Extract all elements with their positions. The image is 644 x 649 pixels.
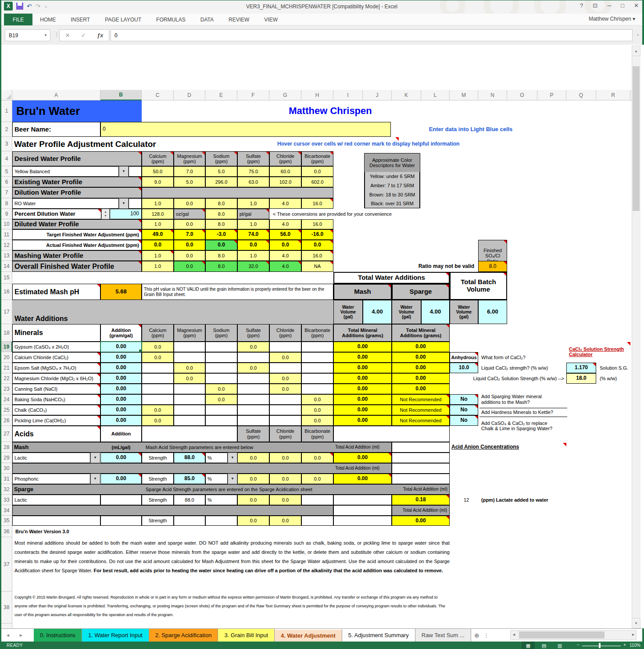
percent-dilution-spinner[interactable]: ▲ ▼ [101,209,110,219]
percent-dilution-input[interactable]: 100 [110,209,142,219]
horizontal-scrollbar-thumb[interactable] [519,631,605,638]
page-break-view-icon[interactable]: ▥ [553,642,566,649]
row-header-32[interactable]: 32 [1,484,12,495]
column-header-N[interactable]: N [478,90,507,100]
tab-home[interactable]: HOME [32,14,63,25]
column-header-I[interactable]: I [333,90,363,100]
row-header-21[interactable]: 21 [1,363,12,373]
row-header-1[interactable]: 1 [1,100,12,122]
sparge-volume-input[interactable]: 4.00 [421,300,450,324]
row-header-28[interactable]: 28 [1,442,12,453]
sheet-tab-grain-bill-input[interactable]: 3. Grain Bill Input [218,629,275,642]
liquid-cacl2-strength-input[interactable]: 10.0 [450,363,478,373]
tab-data[interactable]: DATA [193,14,221,25]
tab-formulas[interactable]: FORMULAS [149,14,193,25]
column-header-G[interactable]: G [269,90,301,100]
scroll-right-icon[interactable]: ► [631,632,635,637]
sheet-tab-instructions[interactable]: 0. Instructions [34,629,82,642]
replace-chalk-lime-toggle[interactable]: No [450,415,478,426]
mash-acid-2-dropdown[interactable]: ▼ [90,474,100,484]
solution-sg-input[interactable]: 1.170 [566,363,596,373]
select-all-corner[interactable] [1,90,12,100]
column-header-A[interactable]: A [12,90,100,100]
column-header-E[interactable]: E [205,90,237,100]
row-header-34[interactable]: 34 [1,505,12,516]
column-header-P[interactable]: P [537,90,566,100]
scroll-down-icon[interactable]: ▼ [632,618,640,628]
column-header-O[interactable]: O [507,90,537,100]
beer-name-input[interactable]: 0 [100,122,391,137]
mash-acid-2-unit-dropdown[interactable]: ▼ [228,474,237,484]
help-icon[interactable]: ? [580,2,583,9]
sheet-tab-adjustment-summary[interactable]: 5. Adjustment Summary [342,629,415,642]
row-header-22[interactable]: 22 [1,373,12,384]
row-header-35[interactable]: 35 [1,516,12,526]
desired-profile-select[interactable]: Yellow Balanced [12,166,119,177]
row-header-36[interactable]: 36 [1,526,12,537]
row-header-37[interactable]: 37 [1,537,12,592]
column-header-C[interactable]: C [142,90,174,100]
signed-in-user[interactable]: Matthew Chrispen ▾ [589,16,635,22]
sheet-tab-sparge-acidification[interactable]: 2. Sparge Acidification [149,629,218,642]
mash-acid-2-strength-input[interactable]: 85.0 [174,474,205,484]
row-header-4[interactable]: 4 [1,151,12,166]
tab-insert[interactable]: INSERT [63,14,97,25]
row-header-11[interactable]: 11 [1,229,12,240]
insert-function-icon[interactable]: ƒx [97,32,103,39]
row-header-31[interactable]: 31 [1,474,12,484]
zoom-in-icon[interactable]: + [623,642,626,647]
row-header-10[interactable]: 10 [1,219,12,229]
row-header-5[interactable]: 5 [1,166,12,177]
dilution-profile-select[interactable]: RO Water [12,198,119,209]
maximize-icon[interactable]: □ [621,2,624,9]
column-header-H[interactable]: H [301,90,333,100]
row-header-33[interactable]: 33 [1,495,12,505]
zoom-slider-track[interactable] [582,645,621,646]
name-box-caret-icon[interactable]: ▼ [44,33,47,37]
row-header-15[interactable]: 15 [1,272,12,284]
sheet-tab-water-report-input[interactable]: 1. Water Report Input [82,629,149,642]
sheet-nav-left-icon[interactable]: ◄ [1,629,14,642]
chalk-addition-input[interactable]: 0.00 [100,405,142,415]
column-header-M[interactable]: M [450,90,478,100]
row-header-24[interactable]: 24 [1,394,12,405]
row-header-29[interactable]: 29 [1,453,12,463]
formula-bar-expand-icon[interactable]: ⌄ [636,32,640,36]
batch-volume-input[interactable]: 6.00 [478,300,507,324]
zoom-slider-thumb[interactable] [599,643,601,648]
cancel-icon[interactable]: ✕ [65,32,70,39]
row-header-20[interactable]: 20 [1,352,12,363]
row-header-9[interactable]: 9 [1,209,12,219]
tab-review[interactable]: REVIEW [221,14,257,25]
mash-acid-1-select[interactable]: Lactic [12,453,90,463]
mash-acid-1-dropdown[interactable]: ▼ [90,453,100,463]
normal-view-icon[interactable]: ▦ [522,642,535,649]
enter-icon[interactable]: ✓ [81,32,86,39]
row-header-27[interactable]: 27 [1,426,12,442]
row-header-8[interactable]: 8 [1,198,12,209]
row-header-2[interactable]: 2 [1,122,12,137]
scroll-left-icon[interactable]: ◄ [512,632,516,637]
baking-soda-addition-input[interactable]: 0.00 [100,394,142,405]
row-header-30[interactable]: 30 [1,463,12,474]
tab-page-layout[interactable]: PAGE LAYOUT [97,14,149,25]
sheet-tab-more-icon[interactable]: ⋮ [483,629,490,642]
page-layout-view-icon[interactable]: ▤ [537,642,551,649]
row-header-13[interactable]: 13 [1,250,12,261]
column-header-D[interactable]: D [174,90,205,100]
row-header-12[interactable]: 12 [1,240,12,250]
column-header-Q[interactable]: Q [566,90,596,100]
vertical-scrollbar-thumb[interactable] [633,66,640,211]
column-header-L[interactable]: L [421,90,450,100]
name-box[interactable]: B19 ▼ [5,29,50,41]
epsom-addition-input[interactable]: 0.00 [100,363,142,373]
close-icon[interactable]: ✕ [634,2,639,9]
mash-acid-1-strength-input[interactable]: 88.0 [174,453,205,463]
row-header-16[interactable]: 16 [1,284,12,300]
row-header-19[interactable]: 19 [1,342,12,352]
row-header-18[interactable]: 18 [1,324,12,342]
ribbon-display-icon[interactable]: ⊡ [593,2,597,9]
gypsum-addition-input[interactable]: 0.00 [100,342,142,352]
sheet-tab-water-adjustment[interactable]: 4. Water Adjustment [275,629,342,642]
mash-volume-input[interactable]: 4.00 [363,300,392,324]
